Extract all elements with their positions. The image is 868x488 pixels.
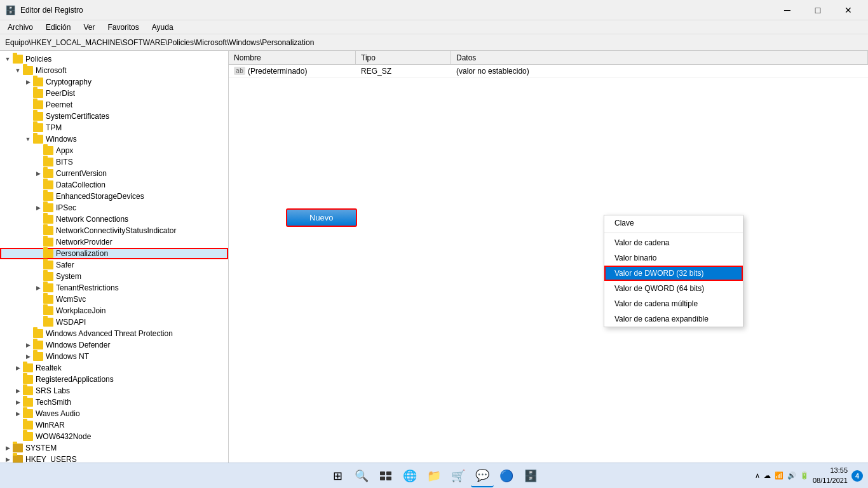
tree-item-policies[interactable]: ▼ Policies xyxy=(0,53,228,65)
toggle-windefender[interactable]: ▶ xyxy=(23,340,33,350)
tree-item-systemcerts[interactable]: ▶ SystemCertificates xyxy=(0,111,228,122)
col-datos[interactable]: Datos xyxy=(451,51,868,64)
tree-item-personalization[interactable]: ▶ Personalization xyxy=(0,248,228,259)
tree-item-microsoft[interactable]: ▼ Microsoft xyxy=(0,65,228,76)
nuevo-button-area: Nuevo xyxy=(286,208,357,227)
tray-network[interactable]: 📶 xyxy=(775,471,783,480)
ctx-valor-dword[interactable]: Valor de DWORD (32 bits) xyxy=(604,266,743,281)
toggle-windows[interactable]: ▼ xyxy=(23,134,33,144)
tree-item-wsdapi[interactable]: ▶ WSDAPI xyxy=(0,316,228,328)
tree-item-hkeyusers[interactable]: ▶ HKEY_USERS xyxy=(0,454,228,463)
tree-item-workplacejoin[interactable]: ▶ WorkplaceJoin xyxy=(0,305,228,316)
tree-item-winnt[interactable]: ▶ Windows NT xyxy=(0,351,228,362)
toggle-ipsec[interactable]: ▶ xyxy=(33,203,43,213)
table-row[interactable]: ab (Predeterminado) REG_SZ (valor no est… xyxy=(229,65,868,78)
tree-item-tenantrestrictions[interactable]: ▶ TenantRestrictions xyxy=(0,282,228,294)
tree-item-currentversion[interactable]: ▶ CurrentVersion xyxy=(0,168,228,179)
tree-label-tenantrestrictions: TenantRestrictions xyxy=(56,283,119,292)
toggle-techsmith[interactable]: ▶ xyxy=(13,397,23,407)
menu-favoritos[interactable]: Favoritos xyxy=(102,22,144,33)
tree-label-policies: Policies xyxy=(25,55,51,64)
tree-item-peernet[interactable]: ▶ Peernet xyxy=(0,99,228,111)
tree-item-windows[interactable]: ▼ Windows xyxy=(0,133,228,145)
tray-cloud[interactable]: ☁ xyxy=(764,471,771,480)
tree-item-tpm[interactable]: ▶ TPM xyxy=(0,122,228,133)
menu-ayuda[interactable]: Ayuda xyxy=(147,22,179,33)
tree-item-wcmsvc[interactable]: ▶ WcmSvc xyxy=(0,294,228,305)
tray-volume[interactable]: 🔊 xyxy=(787,471,796,480)
menu-bar: Archivo Edición Ver Favoritos Ayuda xyxy=(0,20,868,34)
tree-item-watp[interactable]: ▶ Windows Advanced Threat Protection xyxy=(0,328,228,339)
menu-edicion[interactable]: Edición xyxy=(41,22,76,33)
col-nombre[interactable]: Nombre xyxy=(229,51,356,64)
toggle-tenantrestrictions[interactable]: ▶ xyxy=(33,283,43,293)
ctx-valor-qword[interactable]: Valor de QWORD (64 bits) xyxy=(604,281,743,296)
ctx-valor-cadena-multiple[interactable]: Valor de cadena múltiple xyxy=(604,296,743,311)
minimize-button[interactable]: ─ xyxy=(773,0,802,20)
tree-item-windefender[interactable]: ▶ Windows Defender xyxy=(0,339,228,351)
tree-item-wow6432node[interactable]: ▶ WOW6432Node xyxy=(0,431,228,442)
tree-label-datacollection: DataCollection xyxy=(56,180,105,189)
taskview-button[interactable] xyxy=(374,464,397,487)
edge-button[interactable]: 🌐 xyxy=(398,464,421,487)
toggle-currentversion[interactable]: ▶ xyxy=(33,168,43,179)
tree-item-ipsec[interactable]: ▶ IPSec xyxy=(0,202,228,214)
col-tipo[interactable]: Tipo xyxy=(356,51,451,64)
tree-panel[interactable]: ▼ Policies ▼ Microsoft ▶ Cryptography ▶ … xyxy=(0,51,229,463)
nuevo-button[interactable]: Nuevo xyxy=(286,208,357,227)
toggle-wavesaudio[interactable]: ▶ xyxy=(13,409,23,419)
folder-icon-registeredapps xyxy=(23,375,33,384)
ctx-clave[interactable]: Clave xyxy=(604,215,743,231)
tree-item-peerdist[interactable]: ▶ PeerDist xyxy=(0,88,228,99)
tree-item-networkconnections[interactable]: ▶ Network Connections xyxy=(0,214,228,225)
tree-item-enhancedstorage[interactable]: ▶ EnhancedStorageDevices xyxy=(0,191,228,202)
maximize-button[interactable]: □ xyxy=(803,0,832,20)
svg-rect-0 xyxy=(380,471,385,475)
tray-battery[interactable]: 🔋 xyxy=(800,471,809,480)
ctx-valor-cadena-expandible[interactable]: Valor de cadena expandible xyxy=(604,311,743,327)
toggle-microsoft[interactable]: ▼ xyxy=(13,65,23,76)
tree-item-cryptography[interactable]: ▶ Cryptography xyxy=(0,76,228,88)
toggle-winnt[interactable]: ▶ xyxy=(23,351,33,362)
folder-icon-peerdist xyxy=(33,89,43,98)
search-button[interactable]: 🔍 xyxy=(350,464,373,487)
taskbar-center: ⊞ 🔍 🌐 📁 🛒 💬 🔵 🗄️ xyxy=(326,464,542,487)
tree-item-techsmith[interactable]: ▶ TechSmith xyxy=(0,396,228,408)
tree-item-safer[interactable]: ▶ Safer xyxy=(0,259,228,271)
folder-icon-watp xyxy=(33,329,43,338)
clock[interactable]: 13:55 08/11/2021 xyxy=(813,466,848,485)
toggle-realtek[interactable]: ▶ xyxy=(13,363,23,373)
tree-item-registeredapps[interactable]: ▶ RegisteredApplications xyxy=(0,374,228,385)
explorer-button[interactable]: 📁 xyxy=(423,464,445,487)
menu-archivo[interactable]: Archivo xyxy=(3,22,38,33)
registry-taskbar-button[interactable]: 🗄️ xyxy=(519,464,542,487)
folder-icon-netprovider xyxy=(43,238,53,247)
tree-item-realtek[interactable]: ▶ Realtek xyxy=(0,362,228,374)
ctx-valor-binario[interactable]: Valor binario xyxy=(604,250,743,266)
ctx-valor-cadena[interactable]: Valor de cadena xyxy=(604,235,743,250)
tree-item-appx[interactable]: ▶ Appx xyxy=(0,145,228,156)
toggle-cryptography[interactable]: ▶ xyxy=(23,77,33,87)
tray-expand[interactable]: ∧ xyxy=(755,471,760,480)
tree-item-bits[interactable]: ▶ BITS xyxy=(0,156,228,168)
toggle-system2[interactable]: ▶ xyxy=(3,443,13,453)
notification-badge[interactable]: 4 xyxy=(851,470,863,482)
tree-item-system[interactable]: ▶ System xyxy=(0,271,228,282)
tree-item-srslabs[interactable]: ▶ SRS Labs xyxy=(0,385,228,396)
store-button[interactable]: 🛒 xyxy=(447,464,470,487)
toggle-srslabs[interactable]: ▶ xyxy=(13,386,23,396)
close-button[interactable]: ✕ xyxy=(834,0,863,20)
start-button[interactable]: ⊞ xyxy=(326,464,349,487)
toggle-policies[interactable]: ▼ xyxy=(3,54,13,64)
tree-item-datacollection[interactable]: ▶ DataCollection xyxy=(0,179,228,191)
tree-item-netconn-status[interactable]: ▶ NetworkConnectivityStatusIndicator xyxy=(0,225,228,236)
tree-item-system2[interactable]: ▶ SYSTEM xyxy=(0,442,228,454)
toggle-hkeyusers[interactable]: ▶ xyxy=(3,454,13,463)
tree-label-personalization: Personalization xyxy=(56,249,108,258)
tree-item-wavesaudio[interactable]: ▶ Waves Audio xyxy=(0,408,228,419)
tree-item-networkprovider[interactable]: ▶ NetworkProvider xyxy=(0,236,228,248)
browser-button[interactable]: 🔵 xyxy=(495,464,518,487)
menu-ver[interactable]: Ver xyxy=(78,22,100,33)
chat-button[interactable]: 💬 xyxy=(471,464,494,487)
tree-item-winrar[interactable]: ▶ WinRAR xyxy=(0,419,228,431)
